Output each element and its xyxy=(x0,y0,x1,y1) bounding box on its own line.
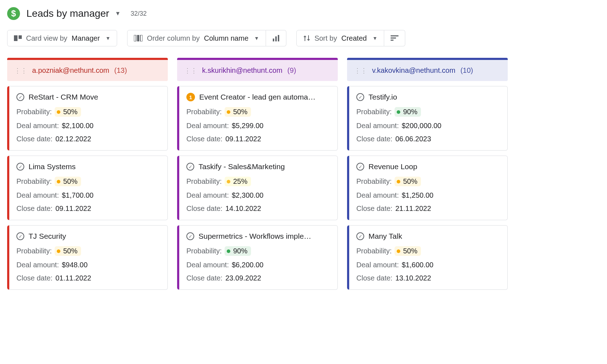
close-date-label: Close date: xyxy=(356,135,392,143)
card-title-row: ✓TJ Security xyxy=(16,232,160,241)
card-title-row: ✓Revenue Loop xyxy=(356,162,500,171)
column-header[interactable]: ⋮⋮v.kakovkina@nethunt.com(10) xyxy=(347,60,508,81)
check-circle-icon: ✓ xyxy=(186,163,194,171)
probability-label: Probability: xyxy=(186,247,222,255)
close-date-label: Close date: xyxy=(356,274,392,282)
deal-amount-value: $1,700.00 xyxy=(62,191,94,199)
sort-direction-button[interactable] xyxy=(384,30,405,46)
deal-amount-value: $200,000.00 xyxy=(402,122,441,130)
card-title: TJ Security xyxy=(29,232,66,241)
deal-amount-row: Deal amount:$2,100.00 xyxy=(16,122,160,130)
close-date-value: 23.09.2022 xyxy=(225,274,261,282)
card-title: Revenue Loop xyxy=(368,162,417,171)
svg-rect-9 xyxy=(391,37,396,39)
card-view-icon xyxy=(14,35,22,41)
probability-row: Probability:90% xyxy=(186,246,330,256)
svg-rect-8 xyxy=(391,35,398,36)
drag-handle-icon[interactable]: ⋮⋮ xyxy=(14,67,27,75)
view-selector[interactable]: Card view by Manager ▼ xyxy=(7,30,117,46)
status-dot-icon xyxy=(397,180,400,183)
sort-desc-icon xyxy=(391,35,398,41)
close-date-label: Close date: xyxy=(16,204,52,213)
svg-rect-3 xyxy=(137,35,139,41)
card-list: ✓Testify.ioProbability:90%Deal amount:$2… xyxy=(347,86,508,290)
lead-card[interactable]: ✓Many TalkProbability:50%Deal amount:$1,… xyxy=(347,225,508,290)
svg-rect-2 xyxy=(134,35,136,41)
deal-amount-value: $2,100.00 xyxy=(62,122,94,130)
close-date-value: 06.06.2023 xyxy=(395,135,431,143)
page-header: $ Leads by manager ▼ 32/32 xyxy=(7,7,600,20)
board-column: ⋮⋮a.pozniak@nethunt.com(13)✓ReStart - CR… xyxy=(7,58,168,290)
check-circle-icon: ✓ xyxy=(356,163,364,171)
probability-row: Probability:50% xyxy=(186,107,330,117)
lead-card[interactable]: ✓Lima SystemsProbability:50%Deal amount:… xyxy=(7,156,168,220)
deal-amount-label: Deal amount: xyxy=(356,122,399,130)
card-title-row: 1Event Creator - lead gen automa… xyxy=(186,93,330,101)
probability-pill: 50% xyxy=(55,107,81,117)
probability-value: 50% xyxy=(63,177,77,186)
card-title-row: ✓Supermetrics - Workflows imple… xyxy=(186,232,330,241)
check-circle-icon: ✓ xyxy=(356,93,364,101)
columns-icon xyxy=(134,35,142,41)
record-count: 32/32 xyxy=(131,10,147,17)
deal-amount-label: Deal amount: xyxy=(356,191,399,199)
probability-row: Probability:50% xyxy=(356,177,500,186)
sort-icon xyxy=(303,35,310,42)
probability-value: 90% xyxy=(403,108,417,116)
deal-amount-row: Deal amount:$2,300.00 xyxy=(186,191,330,199)
lead-card[interactable]: ✓ReStart - CRM MoveProbability:50%Deal a… xyxy=(7,86,168,151)
check-circle-icon: ✓ xyxy=(16,163,24,171)
close-date-label: Close date: xyxy=(356,204,392,213)
probability-row: Probability:50% xyxy=(16,107,160,117)
probability-label: Probability: xyxy=(186,177,222,186)
page-title-group[interactable]: Leads by manager ▼ xyxy=(26,8,121,19)
drag-handle-icon[interactable]: ⋮⋮ xyxy=(354,67,367,75)
close-date-label: Close date: xyxy=(16,135,52,143)
order-selector[interactable]: Order column by Column name ▼ xyxy=(127,30,266,46)
deal-amount-value: $2,300.00 xyxy=(232,191,264,199)
column-header[interactable]: ⋮⋮a.pozniak@nethunt.com(13) xyxy=(7,60,168,81)
probability-label: Probability: xyxy=(356,247,392,255)
sort-selector[interactable]: Sort by Created ▼ xyxy=(296,30,384,46)
card-title-row: ✓Testify.io xyxy=(356,93,500,101)
column-header[interactable]: ⋮⋮k.skurikhin@nethunt.com(9) xyxy=(177,60,338,81)
deal-amount-label: Deal amount: xyxy=(16,261,59,269)
deal-amount-row: Deal amount:$948.00 xyxy=(16,261,160,269)
lead-card[interactable]: ✓Revenue LoopProbability:50%Deal amount:… xyxy=(347,156,508,220)
sort-value: Created xyxy=(341,34,367,42)
card-title-row: ✓Lima Systems xyxy=(16,162,160,171)
lead-card[interactable]: ✓Testify.ioProbability:90%Deal amount:$2… xyxy=(347,86,508,151)
chevron-down-icon[interactable]: ▼ xyxy=(115,10,121,17)
column-title: a.pozniak@nethunt.com xyxy=(32,66,109,75)
lead-card[interactable]: 1Event Creator - lead gen automa…Probabi… xyxy=(177,86,338,151)
status-dot-icon xyxy=(227,180,230,183)
notification-badge-icon: 1 xyxy=(186,93,195,101)
probability-value: 50% xyxy=(403,177,417,186)
close-date-row: Close date:13.10.2022 xyxy=(356,274,500,282)
card-title-row: ✓Taskify - Sales&Marketing xyxy=(186,162,330,171)
column-stats-button[interactable] xyxy=(266,30,286,46)
lead-card[interactable]: ✓Supermetrics - Workflows imple…Probabil… xyxy=(177,225,338,290)
close-date-value: 09.11.2022 xyxy=(225,135,261,143)
deal-amount-label: Deal amount: xyxy=(186,191,229,199)
probability-label: Probability: xyxy=(16,177,52,186)
lead-card[interactable]: ✓Taskify - Sales&MarketingProbability:25… xyxy=(177,156,338,220)
column-title: v.kakovkina@nethunt.com xyxy=(372,66,455,75)
close-date-label: Close date: xyxy=(186,204,222,213)
deal-amount-label: Deal amount: xyxy=(16,122,59,130)
status-dot-icon xyxy=(397,110,400,114)
probability-row: Probability:50% xyxy=(16,177,160,186)
column-count: (13) xyxy=(114,66,127,75)
view-value: Manager xyxy=(72,34,100,42)
order-prefix: Order column by xyxy=(147,34,200,42)
close-date-value: 02.12.2022 xyxy=(55,135,91,143)
lead-card[interactable]: ✓TJ SecurityProbability:50%Deal amount:$… xyxy=(7,225,168,290)
status-dot-icon xyxy=(227,249,230,253)
card-title-row: ✓Many Talk xyxy=(356,232,500,241)
drag-handle-icon[interactable]: ⋮⋮ xyxy=(184,67,197,75)
check-circle-icon: ✓ xyxy=(16,232,24,240)
column-count: (9) xyxy=(287,66,296,75)
close-date-label: Close date: xyxy=(186,135,222,143)
board-column: ⋮⋮k.skurikhin@nethunt.com(9)1Event Creat… xyxy=(177,58,338,290)
probability-row: Probability:50% xyxy=(356,246,500,256)
